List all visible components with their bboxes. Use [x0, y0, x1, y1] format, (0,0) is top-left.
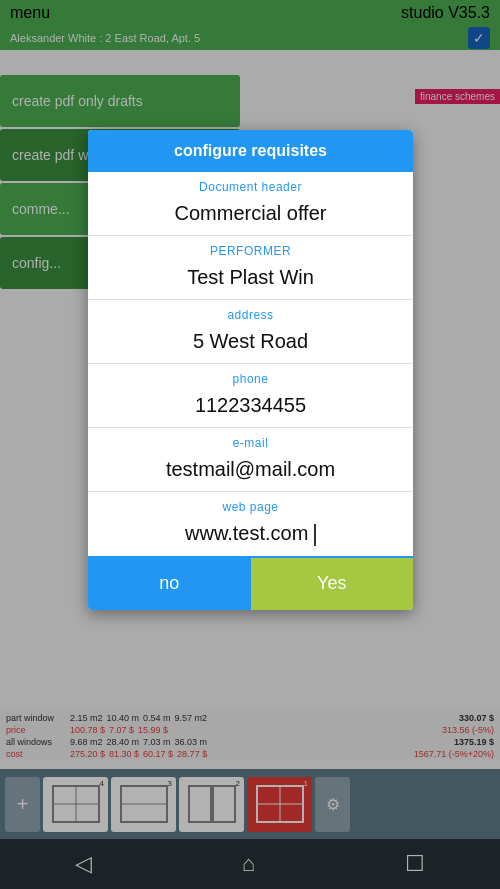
field4-label: phone	[88, 364, 413, 388]
field1-label: Document header	[88, 172, 413, 196]
field6-label: web page	[88, 492, 413, 516]
field3-value[interactable]: 5 West Road	[88, 324, 413, 364]
configure-requisites-modal: configure requisites Document header Com…	[88, 130, 413, 610]
field5-label: e-mail	[88, 428, 413, 452]
field2-value[interactable]: Test Plast Win	[88, 260, 413, 300]
field3-label: address	[88, 300, 413, 324]
field5-value[interactable]: testmail@mail.com	[88, 452, 413, 492]
field4-value[interactable]: 1122334455	[88, 388, 413, 428]
modal-buttons: no Yes	[88, 558, 413, 610]
modal-title: configure requisites	[88, 130, 413, 172]
field6-value[interactable]: www.test.com	[88, 516, 413, 558]
modal-no-button[interactable]: no	[88, 558, 251, 610]
modal-yes-button[interactable]: Yes	[251, 558, 414, 610]
field1-value[interactable]: Commercial offer	[88, 196, 413, 236]
field2-label: PERFORMER	[88, 236, 413, 260]
